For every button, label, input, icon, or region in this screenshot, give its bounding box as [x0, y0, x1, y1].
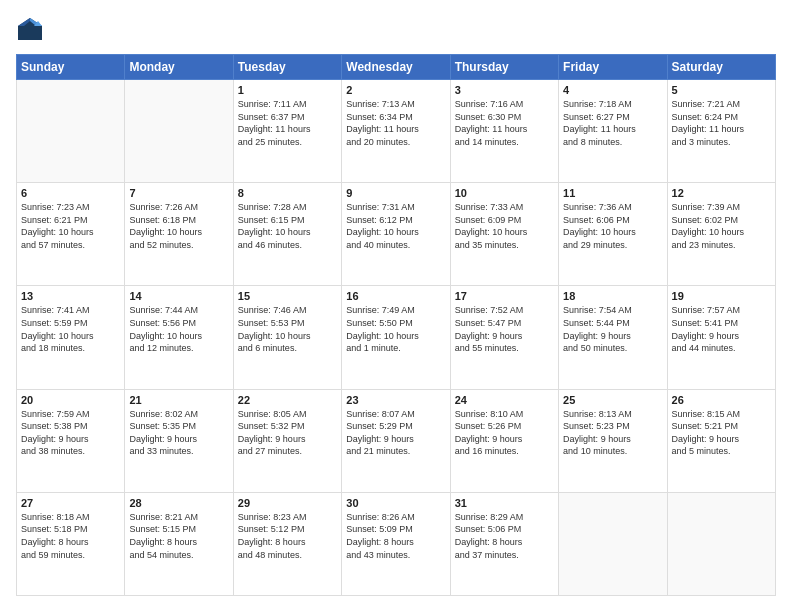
day-number: 27 — [21, 497, 120, 509]
calendar-day-cell: 13Sunrise: 7:41 AM Sunset: 5:59 PM Dayli… — [17, 286, 125, 389]
calendar-day-cell: 11Sunrise: 7:36 AM Sunset: 6:06 PM Dayli… — [559, 183, 667, 286]
calendar-day-cell: 18Sunrise: 7:54 AM Sunset: 5:44 PM Dayli… — [559, 286, 667, 389]
day-info: Sunrise: 7:49 AM Sunset: 5:50 PM Dayligh… — [346, 304, 445, 354]
calendar-day-cell: 7Sunrise: 7:26 AM Sunset: 6:18 PM Daylig… — [125, 183, 233, 286]
day-info: Sunrise: 8:26 AM Sunset: 5:09 PM Dayligh… — [346, 511, 445, 561]
day-info: Sunrise: 8:10 AM Sunset: 5:26 PM Dayligh… — [455, 408, 554, 458]
calendar-day-cell: 24Sunrise: 8:10 AM Sunset: 5:26 PM Dayli… — [450, 389, 558, 492]
day-info: Sunrise: 7:31 AM Sunset: 6:12 PM Dayligh… — [346, 201, 445, 251]
calendar-day-cell: 31Sunrise: 8:29 AM Sunset: 5:06 PM Dayli… — [450, 492, 558, 595]
day-info: Sunrise: 8:18 AM Sunset: 5:18 PM Dayligh… — [21, 511, 120, 561]
calendar-day-cell: 14Sunrise: 7:44 AM Sunset: 5:56 PM Dayli… — [125, 286, 233, 389]
day-number: 20 — [21, 394, 120, 406]
calendar-table: SundayMondayTuesdayWednesdayThursdayFrid… — [16, 54, 776, 596]
day-number: 8 — [238, 187, 337, 199]
day-info: Sunrise: 8:05 AM Sunset: 5:32 PM Dayligh… — [238, 408, 337, 458]
calendar-day-cell: 17Sunrise: 7:52 AM Sunset: 5:47 PM Dayli… — [450, 286, 558, 389]
day-number: 10 — [455, 187, 554, 199]
weekday-header-wednesday: Wednesday — [342, 55, 450, 80]
day-info: Sunrise: 7:41 AM Sunset: 5:59 PM Dayligh… — [21, 304, 120, 354]
calendar-day-cell: 25Sunrise: 8:13 AM Sunset: 5:23 PM Dayli… — [559, 389, 667, 492]
day-number: 1 — [238, 84, 337, 96]
weekday-header-saturday: Saturday — [667, 55, 775, 80]
day-number: 4 — [563, 84, 662, 96]
day-info: Sunrise: 7:18 AM Sunset: 6:27 PM Dayligh… — [563, 98, 662, 148]
calendar-day-cell: 20Sunrise: 7:59 AM Sunset: 5:38 PM Dayli… — [17, 389, 125, 492]
calendar-day-cell — [17, 80, 125, 183]
day-info: Sunrise: 7:28 AM Sunset: 6:15 PM Dayligh… — [238, 201, 337, 251]
day-number: 23 — [346, 394, 445, 406]
calendar-day-cell: 4Sunrise: 7:18 AM Sunset: 6:27 PM Daylig… — [559, 80, 667, 183]
calendar-week-row: 27Sunrise: 8:18 AM Sunset: 5:18 PM Dayli… — [17, 492, 776, 595]
day-number: 9 — [346, 187, 445, 199]
calendar-day-cell: 5Sunrise: 7:21 AM Sunset: 6:24 PM Daylig… — [667, 80, 775, 183]
day-number: 7 — [129, 187, 228, 199]
day-info: Sunrise: 7:11 AM Sunset: 6:37 PM Dayligh… — [238, 98, 337, 148]
weekday-header-sunday: Sunday — [17, 55, 125, 80]
calendar-day-cell: 3Sunrise: 7:16 AM Sunset: 6:30 PM Daylig… — [450, 80, 558, 183]
day-info: Sunrise: 7:46 AM Sunset: 5:53 PM Dayligh… — [238, 304, 337, 354]
day-info: Sunrise: 7:13 AM Sunset: 6:34 PM Dayligh… — [346, 98, 445, 148]
day-number: 14 — [129, 290, 228, 302]
calendar-day-cell: 29Sunrise: 8:23 AM Sunset: 5:12 PM Dayli… — [233, 492, 341, 595]
page: SundayMondayTuesdayWednesdayThursdayFrid… — [0, 0, 792, 612]
day-info: Sunrise: 8:23 AM Sunset: 5:12 PM Dayligh… — [238, 511, 337, 561]
day-number: 12 — [672, 187, 771, 199]
calendar-day-cell: 19Sunrise: 7:57 AM Sunset: 5:41 PM Dayli… — [667, 286, 775, 389]
day-info: Sunrise: 7:26 AM Sunset: 6:18 PM Dayligh… — [129, 201, 228, 251]
day-number: 29 — [238, 497, 337, 509]
calendar-day-cell: 12Sunrise: 7:39 AM Sunset: 6:02 PM Dayli… — [667, 183, 775, 286]
calendar-day-cell — [559, 492, 667, 595]
calendar-day-cell: 16Sunrise: 7:49 AM Sunset: 5:50 PM Dayli… — [342, 286, 450, 389]
day-number: 19 — [672, 290, 771, 302]
calendar-day-cell: 2Sunrise: 7:13 AM Sunset: 6:34 PM Daylig… — [342, 80, 450, 183]
day-number: 17 — [455, 290, 554, 302]
day-number: 21 — [129, 394, 228, 406]
day-info: Sunrise: 7:52 AM Sunset: 5:47 PM Dayligh… — [455, 304, 554, 354]
calendar-day-cell: 22Sunrise: 8:05 AM Sunset: 5:32 PM Dayli… — [233, 389, 341, 492]
calendar-week-row: 20Sunrise: 7:59 AM Sunset: 5:38 PM Dayli… — [17, 389, 776, 492]
calendar-week-row: 6Sunrise: 7:23 AM Sunset: 6:21 PM Daylig… — [17, 183, 776, 286]
day-info: Sunrise: 7:39 AM Sunset: 6:02 PM Dayligh… — [672, 201, 771, 251]
logo-icon — [16, 16, 44, 44]
day-info: Sunrise: 7:21 AM Sunset: 6:24 PM Dayligh… — [672, 98, 771, 148]
day-number: 18 — [563, 290, 662, 302]
day-info: Sunrise: 7:33 AM Sunset: 6:09 PM Dayligh… — [455, 201, 554, 251]
weekday-header-thursday: Thursday — [450, 55, 558, 80]
day-number: 28 — [129, 497, 228, 509]
day-number: 6 — [21, 187, 120, 199]
calendar-day-cell: 26Sunrise: 8:15 AM Sunset: 5:21 PM Dayli… — [667, 389, 775, 492]
weekday-header-tuesday: Tuesday — [233, 55, 341, 80]
weekday-header-friday: Friday — [559, 55, 667, 80]
day-info: Sunrise: 8:21 AM Sunset: 5:15 PM Dayligh… — [129, 511, 228, 561]
day-info: Sunrise: 7:44 AM Sunset: 5:56 PM Dayligh… — [129, 304, 228, 354]
day-info: Sunrise: 7:16 AM Sunset: 6:30 PM Dayligh… — [455, 98, 554, 148]
day-number: 15 — [238, 290, 337, 302]
day-number: 16 — [346, 290, 445, 302]
calendar-day-cell: 28Sunrise: 8:21 AM Sunset: 5:15 PM Dayli… — [125, 492, 233, 595]
day-number: 11 — [563, 187, 662, 199]
calendar-day-cell — [125, 80, 233, 183]
day-number: 5 — [672, 84, 771, 96]
day-info: Sunrise: 7:54 AM Sunset: 5:44 PM Dayligh… — [563, 304, 662, 354]
day-number: 31 — [455, 497, 554, 509]
calendar-day-cell: 9Sunrise: 7:31 AM Sunset: 6:12 PM Daylig… — [342, 183, 450, 286]
day-number: 25 — [563, 394, 662, 406]
calendar-week-row: 1Sunrise: 7:11 AM Sunset: 6:37 PM Daylig… — [17, 80, 776, 183]
day-number: 30 — [346, 497, 445, 509]
day-info: Sunrise: 7:59 AM Sunset: 5:38 PM Dayligh… — [21, 408, 120, 458]
day-info: Sunrise: 8:07 AM Sunset: 5:29 PM Dayligh… — [346, 408, 445, 458]
day-number: 3 — [455, 84, 554, 96]
weekday-header-monday: Monday — [125, 55, 233, 80]
calendar-day-cell: 23Sunrise: 8:07 AM Sunset: 5:29 PM Dayli… — [342, 389, 450, 492]
day-info: Sunrise: 7:23 AM Sunset: 6:21 PM Dayligh… — [21, 201, 120, 251]
day-info: Sunrise: 7:36 AM Sunset: 6:06 PM Dayligh… — [563, 201, 662, 251]
calendar-day-cell: 21Sunrise: 8:02 AM Sunset: 5:35 PM Dayli… — [125, 389, 233, 492]
header — [16, 16, 776, 44]
calendar-day-cell: 15Sunrise: 7:46 AM Sunset: 5:53 PM Dayli… — [233, 286, 341, 389]
day-number: 26 — [672, 394, 771, 406]
day-number: 2 — [346, 84, 445, 96]
day-number: 13 — [21, 290, 120, 302]
calendar-day-cell: 6Sunrise: 7:23 AM Sunset: 6:21 PM Daylig… — [17, 183, 125, 286]
day-info: Sunrise: 8:13 AM Sunset: 5:23 PM Dayligh… — [563, 408, 662, 458]
